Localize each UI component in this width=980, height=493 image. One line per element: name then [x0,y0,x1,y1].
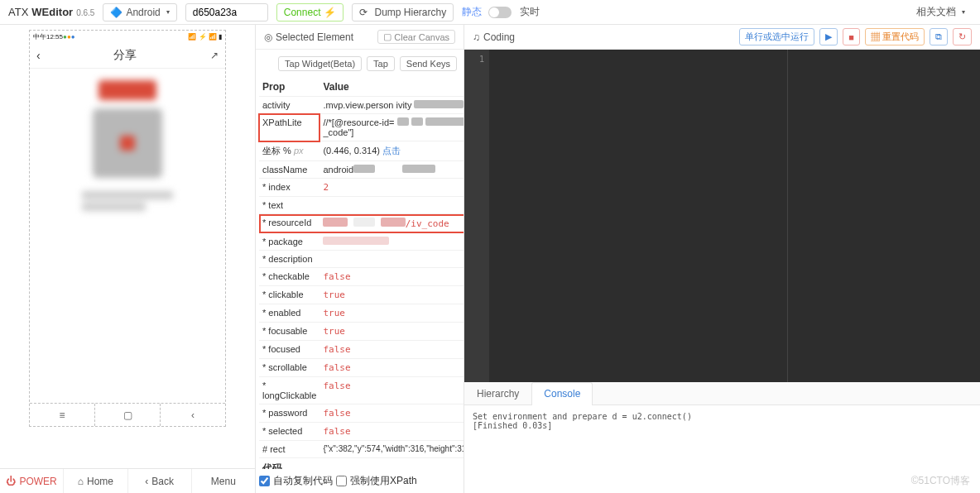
auto-copy-label: 自动复制代码 [273,474,333,488]
menu-button[interactable]: Menu [192,469,255,493]
table-row: * enabledtrue [259,304,464,323]
realtime-label: 实时 [520,5,540,19]
table-row-xpathlite: XPathLite//*[@resource-id= _code"] [259,114,464,141]
table-row: classNameandroid [259,161,464,179]
caret-down-icon: ▾ [962,8,965,16]
screen-header: ‹ 分享 ↗ [30,42,225,69]
table-row: * text [259,197,464,214]
status-time: 中午12:55 [33,32,63,41]
docs-link[interactable]: 相关文档 ▾ [910,2,972,22]
platform-label: Android [126,7,160,18]
caret-down-icon: ▾ [166,8,170,16]
docs-label: 相关文档 [916,5,956,19]
reset-code-button[interactable]: ▦ 重置代码 [865,28,925,45]
table-row: * clickabletrue [259,286,464,304]
power-icon: ⏻ [6,476,16,487]
table-row: * selectedfalse [259,423,464,441]
play-icon[interactable]: ▶ [819,28,838,45]
status-bar: 中午12:55 ● ● ● 📶 ⚡ 📶 ▮ [30,31,225,42]
back-button[interactable]: ‹Back [128,469,192,493]
table-row: * description [259,251,464,268]
back-icon: ‹ [145,476,148,487]
nav-back-icon[interactable]: ‹ [161,404,225,426]
device-pane: 中午12:55 ● ● ● 📶 ⚡ 📶 ▮ ‹ 分享 ↗ [0,25,256,493]
file-icon: ▦ [871,31,882,41]
serial-input[interactable] [185,3,268,22]
music-icon [473,31,483,43]
power-button[interactable]: ⏻POWER [0,469,64,493]
square-icon: ▢ [383,31,392,42]
tap-button[interactable]: Tap [367,56,395,71]
status-icon: ● [71,33,75,41]
selected-element-title: Selected Element [276,31,353,43]
connect-button[interactable]: Connect ⚡ [276,3,344,22]
console-output: Set environment and prepare d = u2.conne… [464,405,980,493]
tab-console[interactable]: Console [531,382,593,405]
code-editor[interactable]: 1 [464,50,980,382]
editor-gutter: 1 [464,50,489,382]
signal-icon: 📶 ⚡ 📶 ▮ [188,33,222,41]
table-row: * scrollablefalse [259,359,464,377]
home-button[interactable]: ⌂Home [64,469,127,493]
app-logo: ATX WEditor 0.6.5 [8,6,94,18]
code-label: 代码 [259,458,460,469]
app-name-1: ATX [8,6,28,18]
console-line: [Finished 0.03s] [473,421,972,430]
properties-table: PropValue activity.mvp.view.person ivity… [259,78,464,458]
tab-hierarchy[interactable]: Hierarchy [464,382,531,404]
device-nav: ≡ ▢ ‹ [30,403,225,426]
device-frame[interactable]: 中午12:55 ● ● ● 📶 ⚡ 📶 ▮ ‹ 分享 ↗ [29,30,226,427]
screen-title: 分享 [41,48,210,63]
topbar: ATX WEditor 0.6.5 🔷 Android ▾ Connect ⚡ … [0,0,980,25]
clear-canvas-button[interactable]: ▢ Clear Canvas [377,30,455,44]
home-icon: ⌂ [78,476,84,487]
coding-pane: Coding 单行或选中运行 ▶ ■ ▦ 重置代码 ⧉ ↻ 1 Hierarch… [464,25,980,493]
realtime-switch[interactable] [488,7,512,18]
blurred-content [30,69,225,403]
table-row: * focusabletrue [259,323,464,341]
table-row: * checkablefalse [259,268,464,286]
copy-icon[interactable]: ⧉ [930,28,948,45]
watermark: ©51CTO博客 [911,474,970,488]
target-icon [264,31,276,43]
table-row-resourceid: * resourceId /iv_code [259,214,464,233]
dump-label: Dump Hierarchy [374,7,446,18]
version-label: 0.6.5 [76,8,94,17]
output-tabs: Hierarchy Console [464,382,980,405]
selected-element-pane: Selected Element ▢ Clear Canvas Tap Widg… [256,25,464,493]
refresh-icon[interactable]: ↻ [953,28,972,45]
platform-select[interactable]: 🔷 Android ▾ [103,3,176,22]
table-row: 坐标 % px(0.446, 0.314) 点击 [259,141,464,161]
device-control-bar: ⏻POWER ⌂Home ‹Back Menu [0,468,255,493]
app-name-2: WEditor [31,6,73,18]
force-xpath-label: 强制使用XPath [350,474,417,488]
table-row: * passwordfalse [259,404,464,423]
send-keys-button[interactable]: Send Keys [400,56,457,71]
static-label: 静态 [462,5,482,19]
run-button[interactable]: 单行或选中运行 [739,28,814,45]
table-row: activity.mvp.view.person ivity [259,97,464,114]
dump-hierarchy-button[interactable]: Dump Hierarchy [352,3,454,22]
table-row: * index2 [259,179,464,197]
force-xpath-checkbox[interactable] [336,476,347,486]
stop-icon[interactable]: ■ [843,28,860,45]
nav-menu-icon[interactable]: ≡ [30,404,95,426]
click-link[interactable]: 点击 [382,146,401,156]
table-row: * package [259,233,464,251]
auto-copy-checkbox[interactable] [259,476,270,486]
table-row: # rect{"x":382,"y":574,"width":316,"heig… [259,441,464,458]
share-out-icon[interactable]: ↗ [210,50,219,61]
nav-home-icon[interactable]: ▢ [95,404,161,426]
table-row: * focusedfalse [259,341,464,359]
coding-title: Coding [483,31,515,43]
table-row: * longClickablefalse [259,377,464,404]
console-line: Set environment and prepare d = u2.conne… [473,412,972,421]
reload-icon [359,7,371,18]
plug-icon: ⚡ [324,7,336,18]
android-icon: 🔷 [110,7,122,18]
value-header: Value [319,78,464,97]
prop-header: Prop [259,78,319,97]
connect-label: Connect [284,7,321,18]
tap-widget-button[interactable]: Tap Widget(Beta) [278,56,362,71]
